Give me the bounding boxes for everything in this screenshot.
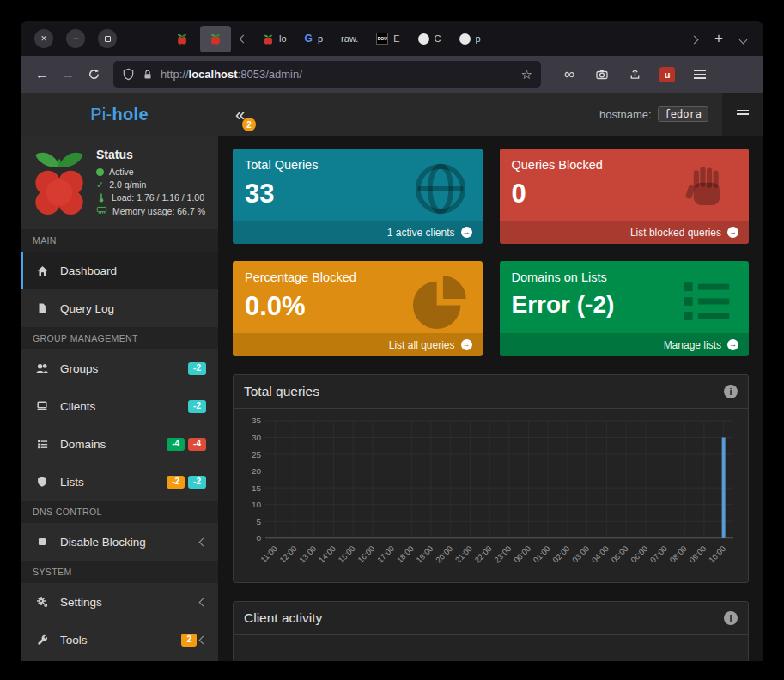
sidebar-item-label: Lists	[60, 476, 84, 489]
tab-github-1[interactable]: C	[410, 26, 449, 52]
clients-badge: -2	[188, 400, 206, 413]
ublock-badge: u	[659, 67, 675, 82]
svg-text:00:00: 00:00	[512, 544, 532, 564]
hamburger-icon	[694, 70, 706, 79]
percentage-blocked-card: Percentage Blocked 0.0% List all queries…	[233, 261, 483, 356]
app-header: Pi-hole « 2 hostname: fedora	[21, 93, 763, 136]
client-activity-chart-area	[234, 635, 748, 661]
lists-count-badge: -2	[188, 476, 206, 489]
infinity-extension-icon[interactable]: ∞	[556, 62, 582, 88]
upload-arrow-icon	[629, 68, 641, 81]
close-window-button[interactable]: ×	[34, 29, 53, 48]
forward-button[interactable]: →	[55, 62, 81, 88]
header-menu-button[interactable]	[722, 93, 763, 136]
pihole-raspberry-logo	[31, 148, 88, 218]
sidebar-item-clients[interactable]: Clients -2	[21, 387, 218, 425]
domains-on-lists-card: Domains on Lists Error (-2) Manage lists…	[500, 261, 750, 356]
tab-localhost[interactable]: lo	[255, 26, 295, 52]
sidebar-section-dns-control: DNS CONTROL	[21, 501, 218, 523]
pihole-admin-page: Pi-hole « 2 hostname: fedora	[21, 93, 763, 661]
scroll-tabs-left-button[interactable]	[234, 26, 252, 52]
new-tab-button[interactable]: +	[714, 30, 723, 47]
tools-update-badge: 2	[181, 634, 197, 647]
sidebar-section-main: MAIN	[21, 229, 218, 252]
sidebar-section-system: SYSTEM	[21, 561, 218, 583]
tab-dou[interactable]: DOU E	[368, 26, 407, 52]
github-favicon-icon	[459, 33, 471, 45]
ublock-origin-icon[interactable]: u	[654, 62, 680, 88]
info-icon[interactable]: i	[724, 385, 738, 398]
svg-text:08:00: 08:00	[668, 544, 688, 564]
svg-text:10: 10	[252, 500, 262, 509]
svg-text:23:00: 23:00	[493, 544, 513, 564]
toolbar-extension-icons: ∞ u	[556, 62, 713, 88]
tab-github-2[interactable]: p	[452, 26, 489, 52]
home-icon	[34, 264, 50, 277]
info-icon[interactable]: i	[724, 611, 738, 625]
back-button[interactable]: ←	[29, 62, 55, 88]
google-favicon-icon: G	[305, 33, 313, 45]
sidebar-item-label: Settings	[60, 596, 102, 609]
svg-text:17:00: 17:00	[376, 544, 396, 564]
status-block: Status Active ✓ 2.0 q/min L	[96, 148, 205, 219]
sidebar-item-label: Dashboard	[60, 264, 117, 277]
svg-text:20:00: 20:00	[435, 544, 454, 564]
svg-text:14:00: 14:00	[317, 544, 337, 564]
svg-text:06:00: 06:00	[629, 544, 649, 564]
card-footer-label: 1 active clients	[387, 227, 455, 239]
svg-text:13:00: 13:00	[298, 544, 318, 564]
queries-blocked-card-footer[interactable]: List blocked queries →	[500, 221, 750, 244]
list-all-tabs-button[interactable]	[740, 31, 746, 46]
maximize-window-button[interactable]	[98, 29, 117, 48]
total-queries-card-footer[interactable]: 1 active clients →	[233, 221, 483, 244]
url-bar[interactable]: http://localhost:8053/admin/ ☆	[113, 61, 541, 88]
domains-on-lists-card-footer[interactable]: Manage lists →	[500, 333, 750, 356]
share-upload-icon[interactable]	[622, 62, 647, 88]
status-text: Load: 1.76 / 1.16 / 1.00	[112, 192, 204, 203]
sidebar-item-groups[interactable]: Groups -2	[21, 349, 218, 387]
svg-text:18:00: 18:00	[395, 544, 415, 564]
globe-icon	[410, 159, 471, 219]
chevron-left-icon	[239, 34, 247, 43]
sidebar-item-tools[interactable]: Tools 2	[21, 621, 218, 659]
screenshot-camera-icon[interactable]	[589, 62, 615, 88]
total-queries-panel-header: Total queries i	[234, 375, 748, 409]
window-controls: × −	[34, 29, 117, 48]
sidebar-item-dashboard[interactable]: Dashboard	[21, 252, 218, 289]
sidebar-item-disable-blocking[interactable]: Disable Blocking	[21, 523, 218, 561]
browser-menu-button[interactable]	[687, 62, 713, 88]
tracking-protection-shield-icon	[122, 68, 135, 81]
document-icon	[34, 302, 50, 314]
connection-not-secure-lock-icon[interactable]	[142, 69, 154, 81]
domains-approved-badge: -4	[167, 438, 185, 451]
svg-text:01:00: 01:00	[532, 544, 551, 564]
tab-raw[interactable]: raw.	[333, 26, 366, 52]
sidebar-item-query-log[interactable]: Query Log	[21, 289, 218, 327]
desktop-background: × − lo G p	[0, 0, 784, 680]
sidebar-item-settings[interactable]: Settings	[21, 583, 218, 621]
tab-google[interactable]: G p	[297, 26, 331, 52]
dou-favicon-icon: DOU	[376, 33, 388, 45]
percentage-blocked-card-footer[interactable]: List all queries →	[233, 333, 483, 356]
minimize-window-button[interactable]: −	[66, 29, 85, 48]
sidebar-item-domains[interactable]: Domains -4 -4	[21, 425, 218, 463]
tab-active-pihole[interactable]	[200, 26, 231, 52]
logo-text: Pi-	[90, 105, 112, 124]
bookmark-star-icon[interactable]: ☆	[521, 67, 532, 82]
navigation-toolbar: ← → http://localhost:8053/admin/ ☆ ∞	[21, 56, 763, 93]
hostname: hostname: fedora	[599, 106, 708, 122]
svg-text:5: 5	[256, 517, 261, 526]
tab-pinned-pihole[interactable]	[167, 26, 198, 52]
svg-text:02:00: 02:00	[551, 544, 571, 564]
pihole-logo[interactable]: Pi-hole	[21, 93, 218, 136]
sidebar-item-lists[interactable]: Lists -2 -2	[21, 463, 218, 501]
chevron-right-icon	[690, 36, 699, 45]
stop-icon	[34, 536, 50, 548]
svg-text:04:00: 04:00	[590, 544, 610, 564]
reload-button[interactable]	[81, 62, 106, 88]
github-favicon-icon	[418, 33, 429, 45]
status-row-rate: ✓ 2.0 q/min	[96, 179, 205, 190]
scroll-tabs-right-button[interactable]	[691, 31, 697, 46]
status-row-active: Active	[96, 167, 205, 177]
sidebar-item-label: Disable Blocking	[60, 536, 146, 549]
